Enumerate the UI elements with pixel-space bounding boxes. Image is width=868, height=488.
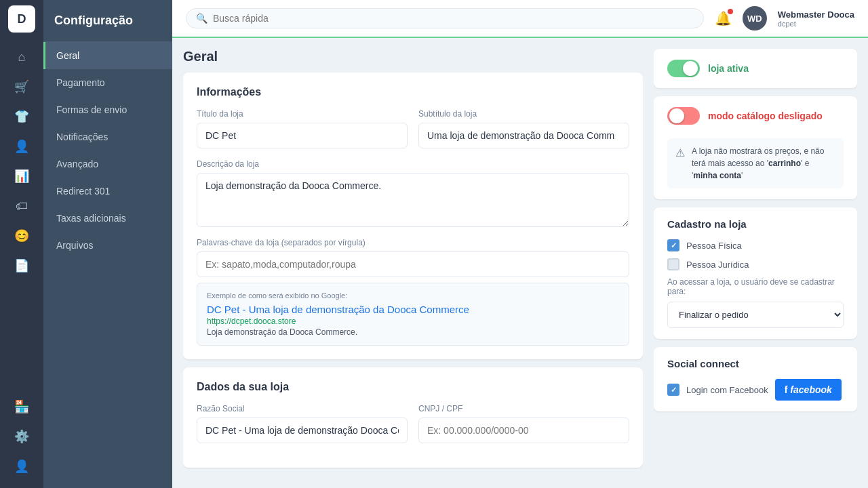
settings-icon[interactable]: ⚙️ — [8, 423, 35, 450]
dados-card: Dados da sua loja Razão Social CNPJ / CP… — [183, 367, 643, 468]
bell-dot — [728, 9, 733, 14]
pessoa-fisica-row: ✓ Pessoa Física — [667, 239, 844, 251]
toggle-knob-catalogo — [669, 108, 684, 123]
pessoa-fisica-checkbox[interactable]: ✓ — [667, 239, 679, 251]
warning-icon: ⚠ — [675, 146, 685, 159]
tag-icon[interactable]: 🏷 — [8, 192, 35, 220]
nav-item-avancado[interactable]: Avançado — [43, 150, 172, 178]
page-title: Geral — [183, 49, 643, 64]
user-info: Webmaster Dooca dcpet — [778, 9, 854, 28]
chart-icon[interactable]: 📊 — [8, 163, 35, 190]
sidebar: D ⌂ 🛒 👕 👤 📊 🏷 😊 📄 🏪 ⚙️ 👤 — [0, 0, 43, 488]
pessoa-juridica-label: Pessoa Jurídica — [686, 260, 749, 270]
nav-item-geral[interactable]: Geral — [43, 42, 172, 69]
avatar[interactable]: WD — [743, 6, 767, 30]
modo-catalogo-row: modo catálogo desligado — [667, 107, 823, 125]
checkmark-icon: ✓ — [671, 241, 677, 250]
keywords-input[interactable] — [197, 251, 629, 277]
modo-catalogo-label: modo catálogo desligado — [708, 110, 823, 121]
store-subtitle-label: Subtítulo da loja — [418, 109, 629, 119]
store-title-group: Título da loja — [197, 109, 408, 148]
pessoa-juridica-checkbox[interactable] — [667, 258, 679, 270]
loja-ativa-card: loja ativa — [654, 49, 857, 88]
user-sub: dcpet — [778, 20, 854, 28]
page-content: Geral Informações Título da loja Subtítu… — [172, 38, 868, 488]
razao-social-input[interactable] — [197, 418, 408, 443]
cadastro-select[interactable]: Finalizar o pedido Sempre Nunca — [667, 302, 844, 328]
header: 🔍 🔔 WD Webmaster Dooca dcpet — [172, 0, 868, 38]
cnpj-group: CNPJ / CPF — [418, 404, 629, 443]
right-column: loja ativa modo catálogo desligado ⚠ A l… — [654, 49, 857, 477]
nav-panel: Configuração Geral Pagamento Formas de e… — [43, 0, 172, 488]
nav-title: Configuração — [43, 0, 172, 42]
informacoes-title: Informações — [197, 86, 629, 98]
bell-wrapper[interactable]: 🔔 — [715, 10, 732, 26]
cadastro-title: Cadastro na loja — [667, 218, 844, 230]
pessoa-juridica-row: Pessoa Jurídica — [667, 258, 844, 270]
nav-item-formas-envio[interactable]: Formas de envio — [43, 96, 172, 123]
checkmark-icon-fb: ✓ — [671, 386, 677, 394]
user-name: Webmaster Dooca — [778, 9, 854, 20]
cadastro-desc: Ao acessar a loja, o usuário deve se cad… — [667, 277, 844, 296]
file-icon[interactable]: 📄 — [8, 252, 35, 279]
header-actions: 🔔 WD Webmaster Dooca dcpet — [715, 6, 854, 30]
user-icon[interactable]: 👤 — [8, 133, 35, 160]
razao-cnpj-row: Razão Social CNPJ / CPF — [197, 404, 629, 443]
facebook-btn-label: facebook — [790, 384, 831, 395]
search-icon: 🔍 — [196, 13, 208, 24]
left-column: Geral Informações Título da loja Subtítu… — [183, 49, 643, 477]
toggle-knob — [683, 61, 698, 76]
pessoa-fisica-label: Pessoa Física — [686, 241, 742, 251]
facebook-row: ✓ Login com Facebook f facebook — [667, 379, 844, 401]
loja-ativa-label: loja ativa — [708, 63, 749, 74]
store-desc-label: Descrição da loja — [197, 159, 629, 169]
nav-item-taxas-adicionais[interactable]: Taxas adicionais — [43, 205, 172, 232]
nav-item-pagamento[interactable]: Pagamento — [43, 69, 172, 96]
smiley-icon[interactable]: 😊 — [8, 222, 35, 249]
razao-social-group: Razão Social — [197, 404, 408, 443]
facebook-icon: f — [785, 384, 788, 395]
google-preview-label: Exemplo de como será exibido no Google: — [207, 291, 619, 300]
razao-social-label: Razão Social — [197, 404, 408, 413]
google-preview-desc: Loja demonstração da Dooca Commerce. — [207, 327, 619, 337]
google-preview: Exemplo de como será exibido no Google: … — [197, 283, 629, 346]
loja-ativa-toggle[interactable] — [667, 60, 700, 77]
app-logo[interactable]: D — [8, 5, 35, 33]
store-desc-input[interactable]: Loja demonstração da Dooca Commerce. — [197, 173, 629, 227]
store-title-input[interactable] — [197, 123, 408, 148]
home-icon[interactable]: ⌂ — [8, 43, 35, 70]
store-icon[interactable]: 🏪 — [8, 393, 35, 420]
cnpj-input[interactable] — [418, 418, 629, 443]
facebook-checkbox[interactable]: ✓ — [667, 384, 679, 396]
google-preview-title: DC Pet - Uma loja de demonstração da Doo… — [207, 304, 619, 315]
store-subtitle-input[interactable] — [418, 123, 629, 148]
store-title-label: Título da loja — [197, 109, 408, 119]
keywords-label: Palavras-chave da loja (separados por ví… — [197, 238, 629, 247]
main-wrapper: 🔍 🔔 WD Webmaster Dooca dcpet Geral Infor… — [172, 0, 868, 488]
login-facebook-label: Login com Facebook — [686, 385, 768, 395]
nav-item-arquivos[interactable]: Arquivos — [43, 232, 172, 259]
nav-item-redirect301[interactable]: Redirect 301 — [43, 178, 172, 205]
keywords-group: Palavras-chave da loja (separados por ví… — [197, 238, 629, 277]
google-preview-url: https://dcpet.dooca.store — [207, 317, 619, 326]
social-title: Social connect — [667, 358, 844, 369]
catalog-warning: ⚠ A loja não mostrará os preços, e não t… — [667, 138, 844, 188]
social-connect-card: Social connect ✓ Login com Facebook f fa… — [654, 347, 857, 411]
nav-item-notificacoes[interactable]: Notificações — [43, 123, 172, 150]
modo-catalogo-card: modo catálogo desligado ⚠ A loja não mos… — [654, 96, 857, 199]
store-desc-group: Descrição da loja Loja demonstração da D… — [197, 159, 629, 227]
cart-icon[interactable]: 🛒 — [8, 73, 35, 100]
catalog-warning-text: A loja não mostrará os preços, e não ter… — [692, 145, 835, 182]
modo-catalogo-toggle[interactable] — [667, 107, 700, 125]
person-icon[interactable]: 👤 — [8, 453, 35, 480]
cnpj-label: CNPJ / CPF — [418, 404, 629, 413]
titulo-subtitulo-row: Título da loja Subtítulo da loja — [197, 109, 629, 148]
search-input[interactable] — [213, 13, 694, 24]
cadastro-card: Cadastro na loja ✓ Pessoa Física Pessoa … — [654, 207, 857, 339]
search-box[interactable]: 🔍 — [186, 8, 704, 28]
facebook-button[interactable]: f facebook — [775, 379, 842, 401]
dados-title: Dados da sua loja — [197, 381, 629, 393]
informacoes-card: Informações Título da loja Subtítulo da … — [183, 73, 643, 359]
shirt-icon[interactable]: 👕 — [8, 103, 35, 130]
store-subtitle-group: Subtítulo da loja — [418, 109, 629, 148]
